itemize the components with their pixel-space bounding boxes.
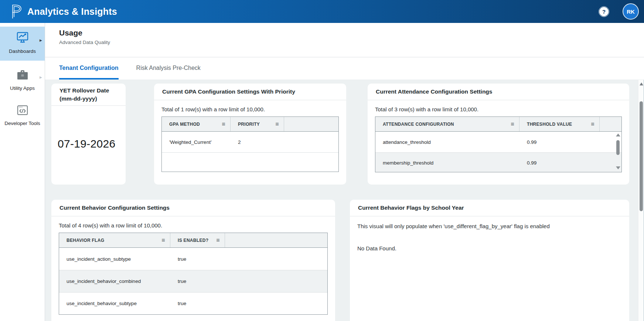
column-header-label: PRIORITY [238, 122, 260, 127]
gpa-table: GPA METHOD≡PRIORITY≡'Weighted_Current'2 [161, 116, 339, 172]
table-row[interactable]: use_incident_behavior_combinedtrue [59, 270, 327, 292]
card-attendance-configuration: Current Attendance Configuration Setting… [368, 84, 629, 185]
sidebar-item-label: Utility Apps [0, 85, 45, 92]
flag-note-text: This visual will only populate when 'use… [357, 223, 622, 229]
help-icon[interactable]: ? [599, 7, 609, 16]
card-title: Current Behavior Flags by School Year [358, 204, 464, 212]
sidebar-item-label: Dashboards [0, 48, 45, 55]
table-scroll-up-arrow-icon[interactable] [616, 134, 620, 136]
flyout-arrow-icon[interactable]: ▶ [40, 38, 42, 42]
card-title: YET Rollover Date (mm-dd-yyyy) [59, 87, 109, 102]
table-row[interactable]: membership_threshold0.99 [375, 152, 621, 172]
column-menu-icon[interactable]: ≡ [216, 237, 220, 243]
row-count-summary: Total of 3 row(s) with a row limit of 10… [375, 106, 622, 112]
table-cell: true [170, 301, 225, 306]
column-header: THRESHOLD VALUE≡ [519, 117, 600, 131]
scrollbar-thumb[interactable] [640, 101, 643, 211]
developer-tools-code-icon [17, 111, 28, 117]
table-body: 'Weighted_Current'2 [162, 132, 338, 172]
dashboard-content: YET Rollover Date (mm-dd-yyyy) 07-19-202… [45, 80, 644, 321]
table-cell: true [170, 256, 225, 262]
column-menu-icon[interactable]: ≡ [222, 121, 225, 127]
column-menu-icon[interactable]: ≡ [161, 237, 165, 243]
sidebar-item-developer-tools[interactable]: Developer Tools [0, 104, 45, 127]
table-row[interactable]: use_incident_behavior_subtypetrue [59, 292, 327, 314]
table-scrollbar[interactable] [616, 133, 621, 171]
behavior-table: BEHAVIOR FLAG≡IS ENABLED?≡use_incident_a… [59, 233, 328, 315]
sidebar-item-label: Developer Tools [0, 120, 45, 127]
no-data-found-text: No Data Found. [357, 245, 622, 251]
card-title: Current GPA Configuration Settings With … [162, 88, 295, 96]
sidebar-item-utility-apps[interactable]: ▶ Utility Apps [0, 69, 45, 92]
column-header-label: ATTENDANCE CONFIGURATION [383, 122, 454, 127]
table-cell: 2 [231, 139, 284, 145]
column-header: IS ENABLED?≡ [170, 233, 225, 247]
column-menu-icon[interactable]: ≡ [275, 121, 279, 127]
table-row[interactable]: 'Weighted_Current'2 [162, 132, 338, 152]
table-cell: use_incident_behavior_subtype [59, 301, 170, 306]
column-header-empty [225, 233, 327, 247]
table-cell: true [170, 278, 225, 284]
card-title: Current Behavior Configuration Settings [59, 204, 170, 212]
sidebar: ▶ Dashboards ▶ Utility Apps [0, 23, 45, 321]
table-cell: use_incident_action_subtype [59, 256, 170, 262]
table-cell: 'Weighted_Current' [162, 139, 231, 145]
column-header: ATTENDANCE CONFIGURATION≡ [375, 117, 519, 131]
column-menu-icon[interactable]: ≡ [591, 121, 594, 127]
tab-tenant-configuration[interactable]: Tenant Configuration [59, 57, 119, 80]
card-behavior-flags-by-school-year: Current Behavior Flags by School Year Th… [350, 200, 629, 321]
column-header-empty [284, 117, 338, 131]
table-scrollbar-thumb[interactable] [616, 140, 620, 155]
top-bar: Analytics & Insights ? RK [0, 0, 644, 23]
table-cell: attendance_threshold [375, 139, 519, 145]
app-title: Analytics & Insights [27, 6, 117, 17]
table-row[interactable]: use_incident_action_subtypetrue [59, 248, 327, 270]
table-header-row: GPA METHOD≡PRIORITY≡ [162, 117, 338, 132]
dashboards-monitor-icon [16, 38, 29, 45]
row-count-summary: Total of 4 row(s) with a row limit of 10… [59, 222, 328, 229]
avatar[interactable]: RK [623, 3, 639, 20]
scroll-up-arrow-icon[interactable] [640, 82, 643, 85]
powerschool-logo-icon [10, 4, 22, 19]
empty-table-area [162, 152, 338, 172]
attendance-table: ATTENDANCE CONFIGURATION≡THRESHOLD VALUE… [375, 116, 622, 172]
table-cell: membership_threshold [375, 160, 519, 166]
row-count-summary: Total of 1 row(s) with a row limit of 10… [161, 106, 339, 112]
column-header-label: BEHAVIOR FLAG [67, 238, 104, 243]
card-title: Current Attendance Configuration Setting… [376, 88, 492, 96]
card-yet-rollover-date: YET Rollover Date (mm-dd-yyyy) 07-19-202… [51, 84, 126, 185]
table-cell: 0.99 [519, 139, 600, 145]
card-behavior-configuration: Current Behavior Configuration Settings … [51, 200, 335, 321]
table-cell: 0.99 [519, 160, 600, 166]
column-menu-icon[interactable]: ≡ [511, 121, 514, 127]
rollover-date-value: 07-19-2026 [51, 106, 126, 150]
page-scrollbar[interactable] [638, 80, 644, 321]
table-body: attendance_threshold0.99membership_thres… [375, 132, 621, 172]
column-header-label: GPA METHOD [169, 122, 200, 127]
column-header-label: THRESHOLD VALUE [527, 122, 572, 127]
column-header: GPA METHOD≡ [162, 117, 231, 131]
card-gpa-configuration: Current GPA Configuration Settings With … [154, 84, 346, 185]
column-header: PRIORITY≡ [231, 117, 284, 131]
flyout-arrow-icon[interactable]: ▶ [40, 75, 42, 79]
tab-bar: Tenant Configuration Risk Analysis Pre-C… [45, 57, 644, 80]
page-subtitle: Advanced Data Quality [59, 40, 644, 45]
table-body: use_incident_action_subtypetrueuse_incid… [59, 248, 327, 314]
utility-apps-toolbox-icon [16, 75, 29, 82]
table-cell: use_incident_behavior_combined [59, 278, 170, 284]
table-row[interactable]: attendance_threshold0.99 [375, 132, 621, 152]
column-header: BEHAVIOR FLAG≡ [59, 233, 170, 247]
sidebar-item-dashboards[interactable]: ▶ Dashboards [0, 27, 45, 61]
column-header-label: IS ENABLED? [178, 238, 208, 243]
tab-risk-analysis-pre-check[interactable]: Risk Analysis Pre-Check [136, 57, 201, 80]
page-title: Usage [59, 28, 644, 37]
page-header: Usage Advanced Data Quality [45, 23, 644, 57]
column-header-empty [600, 117, 621, 131]
table-header-row: BEHAVIOR FLAG≡IS ENABLED?≡ [59, 233, 327, 248]
table-header-row: ATTENDANCE CONFIGURATION≡THRESHOLD VALUE… [375, 117, 621, 132]
table-scroll-down-arrow-icon[interactable] [616, 166, 620, 169]
